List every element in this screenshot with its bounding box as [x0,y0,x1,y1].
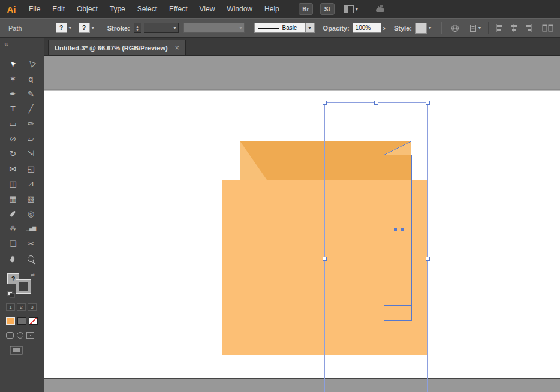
zoom-tool[interactable] [23,252,40,266]
menu-view[interactable]: View [194,0,221,18]
line-segment-icon: ╱ [29,104,34,113]
hand-tool[interactable] [5,252,22,266]
stroke-color-swatch: ? [79,23,90,33]
envelope-body[interactable] [222,180,428,355]
gradient-tool[interactable]: ▧ [23,192,40,206]
globe-icon [450,23,460,33]
lasso-icon: ɋ [28,74,33,83]
stroke-weight-stepper[interactable]: ▴ ▾ [134,23,141,33]
canvas[interactable] [44,56,560,392]
type-icon: T [11,104,16,113]
opacity-field[interactable]: 100% [353,23,381,33]
panel-collapse-button[interactable]: « [0,38,44,55]
stroke-proxy[interactable] [16,280,31,293]
menu-edit[interactable]: Edit [46,0,71,18]
chevron-down-icon: ▾ [92,25,94,31]
document-tab[interactable]: Untitled-3* @ 66.67% (RGB/Preview) × [48,40,186,55]
ellipse-mode-icon[interactable] [17,332,23,339]
stock-button[interactable]: St [320,3,335,15]
transform-panel-button[interactable] [542,24,554,32]
menu-object[interactable]: Object [71,0,104,18]
slice-tool[interactable]: ✂ [23,237,40,251]
scale-tool[interactable]: ⇲ [23,147,40,161]
eyedropper-tool[interactable] [5,207,22,221]
paintbrush-tool[interactable]: ✑ [23,117,40,131]
direct-selection-tool[interactable]: ▷ [23,57,40,71]
sync-settings-icon[interactable] [374,4,387,15]
artboard-tool-icon: ❏ [10,239,17,248]
draw-normal-button[interactable]: 1 [6,303,15,311]
lasso-tool[interactable]: ɋ [23,72,40,86]
perspective-grid-tool[interactable]: ⊿ [23,177,40,191]
workspace-switcher[interactable]: ▾ [344,5,358,13]
bridge-button[interactable]: Br [299,3,313,15]
gradient-button[interactable] [17,317,26,325]
stroke-color-dropdown[interactable]: ? ▾ [79,23,94,33]
align-center-button[interactable] [510,24,518,32]
fill-color-swatch: ? [56,23,67,33]
handle-top-left[interactable] [323,101,327,105]
canvas-area[interactable] [44,56,560,392]
perspective-grid-icon: ⊿ [28,179,34,188]
artboard-tool[interactable]: ❏ [5,237,22,251]
brush-definition-dropdown[interactable]: Basic ▾ [254,23,315,33]
chevron-down-icon: ▾ [356,7,358,12]
handle-top-right[interactable] [426,101,430,105]
document-setup-button[interactable]: ▾ [469,24,481,32]
menu-help[interactable]: Help [258,0,285,18]
none-button[interactable] [29,317,38,325]
handle-middle-right[interactable] [426,257,430,261]
rectangle-tool[interactable]: ▭ [5,117,22,131]
chevron-down-icon: ▾ [478,25,481,31]
separator [488,22,489,34]
shape-mode-icon[interactable] [6,332,14,339]
opacity-flyout-icon[interactable]: › [383,23,386,32]
blend-icon: ◎ [28,209,34,218]
chevron-down-icon[interactable]: ▾ [306,23,315,33]
type-tool[interactable]: T [5,102,22,116]
document-info-globe-button[interactable] [450,23,460,33]
close-tab-icon[interactable]: × [175,44,179,52]
mesh-tool[interactable]: ▦ [5,192,22,206]
stroke-weight-dropdown[interactable]: ▾ [144,23,179,33]
fill-color-dropdown[interactable]: ? ▾ [56,23,71,33]
menu-file[interactable]: File [23,0,46,18]
eraser-tool[interactable]: ▱ [23,132,40,146]
free-transform-tool[interactable]: ◱ [23,162,40,176]
color-button[interactable] [6,317,15,325]
menu-window[interactable]: Window [221,0,258,18]
pen-tool[interactable]: ✒ [5,87,22,101]
symbol-sprayer-tool[interactable]: ⁂ [5,222,22,236]
menu-type[interactable]: Type [104,0,131,18]
handle-top-center[interactable] [375,101,378,105]
symbol-sprayer-icon: ⁂ [10,225,16,233]
shape-builder-tool[interactable]: ◫ [5,177,22,191]
menu-select[interactable]: Select [131,0,163,18]
align-right-button[interactable] [524,24,532,32]
eyedropper-icon [10,210,16,218]
shaper-tool[interactable]: ⊘ [5,132,22,146]
swap-fill-stroke-icon[interactable]: ⇄ [31,272,35,278]
magic-wand-tool[interactable]: ✶ [5,72,22,86]
default-stroke-mini[interactable] [10,293,15,298]
rotate-tool[interactable]: ↻ [5,147,22,161]
none-mode-icon[interactable] [26,332,34,339]
blend-tool[interactable]: ◎ [23,207,40,221]
tool-grid: ➤ ▷ ✶ ɋ ✒ ✎ T ╱ ▭ ✑ ⊘ ▱ ↻ ⇲ ⋈ ◱ ◫ ⊿ ▦ ▧ … [0,56,44,266]
handle-middle-left[interactable] [323,257,327,261]
style-dropdown[interactable]: ▾ [415,23,431,34]
align-left-button[interactable] [495,24,504,32]
draw-inside-button[interactable]: 3 [28,303,37,311]
column-graph-tool[interactable]: ▁▄▇ [23,222,40,236]
column-graph-icon: ▁▄▇ [26,226,35,231]
width-tool[interactable]: ⋈ [5,162,22,176]
selection-tool[interactable]: ➤ [5,57,22,71]
gradient-icon: ▧ [27,194,34,203]
line-segment-tool[interactable]: ╱ [23,102,40,116]
menu-effect[interactable]: Effect [163,0,193,18]
style-swatch [415,23,427,34]
envelope-flap[interactable] [240,141,411,180]
screen-mode-button[interactable] [10,346,44,357]
pencil-tool[interactable]: ✎ [23,87,40,101]
draw-behind-button[interactable]: 2 [17,303,26,311]
